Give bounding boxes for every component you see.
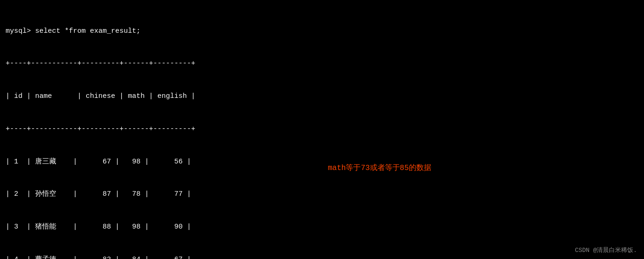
watermark: CSDN @清晨白米稀饭. — [575, 246, 637, 254]
terminal: mysql> select *from exam_result; +----+-… — [0, 0, 644, 259]
row-4: | 4 | 曹孟德 | 82 | 84 | 67 | — [6, 254, 638, 259]
query1-line: mysql> select *from exam_result; — [6, 26, 638, 37]
row-3: | 3 | 猪悟能 | 88 | 98 | 90 | — [6, 222, 638, 232]
divider-mid1: +----+-----------+---------+------+-----… — [6, 124, 638, 134]
row-1: | 1 | 唐三藏 | 67 | 98 | 56 | — [6, 156, 638, 167]
prompt1: mysql> select *from exam_result; — [6, 27, 141, 35]
header-line: | id | name | chinese | math | english | — [6, 91, 638, 102]
divider-top1: +----+-----------+---------+------+-----… — [6, 58, 638, 69]
annotation-text: math等于73或者等于85的数据 — [328, 163, 431, 173]
row-2: | 2 | 孙悟空 | 87 | 78 | 77 | — [6, 189, 638, 200]
